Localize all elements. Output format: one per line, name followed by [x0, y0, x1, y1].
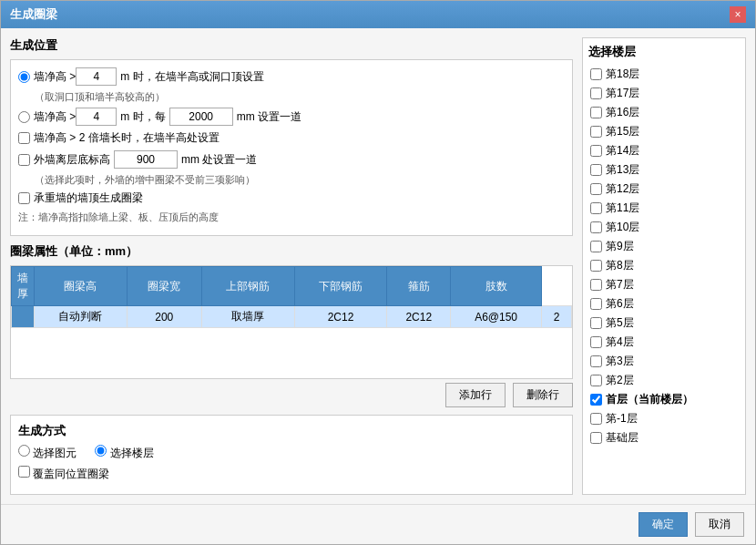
floor-checkbox[interactable]	[590, 107, 602, 118]
floor-label: 第18层	[606, 67, 639, 82]
floor-checkbox[interactable]	[590, 126, 602, 138]
radio1-input[interactable]	[18, 71, 30, 83]
floor-item: 第10层	[588, 219, 740, 236]
radio2-unit2: mm 设置一道	[237, 109, 301, 125]
floor-item: 第6层	[588, 295, 740, 313]
floor-checkbox[interactable]	[590, 279, 602, 291]
col-stirrup: 箍筋	[387, 267, 451, 306]
generate-position-box: 墙净高 > m 时，在墙半高或洞口顶设置 （取洞口顶和墙半高较高的） 墙净高 >	[10, 59, 573, 236]
radio2-unit1: m 时，每	[120, 109, 165, 125]
floor-item: 第18层	[588, 66, 740, 83]
col-wall-thick: 墙厚	[12, 267, 35, 306]
floor-item: 第7层	[588, 276, 740, 293]
floor-label: 第6层	[606, 296, 634, 312]
radio1-row: 墙净高 > m 时，在墙半高或洞口顶设置	[18, 67, 565, 86]
radio-floor-input[interactable]	[95, 445, 107, 457]
add-row-button[interactable]: 添加行	[445, 383, 506, 407]
floor-label: 第17层	[606, 86, 639, 101]
radio-floor-label[interactable]: 选择楼层	[95, 445, 153, 461]
table-row[interactable]: 自动判断200取墙厚2C122C12A6@1502	[12, 306, 572, 328]
beam-props-table-wrapper: 墙厚 圈梁高 圈梁宽 上部钢筋 下部钢筋 箍筋 肢数 自动判断200取墙厚2C1…	[10, 265, 573, 379]
confirm-button[interactable]: 确定	[639, 512, 688, 537]
radio1-unit1: m 时，在墙半高或洞口顶设置	[120, 69, 263, 85]
radio-element-text: 选择图元	[33, 447, 77, 459]
floor-item: 第12层	[588, 180, 740, 198]
floor-checkbox[interactable]	[590, 432, 602, 444]
floor-label: 首层（当前楼层）	[606, 392, 693, 407]
floor-item: 第-1层	[588, 410, 740, 427]
generate-method-title: 生成方式	[18, 423, 565, 439]
checkbox-cover-label[interactable]: 覆盖同位置圈梁	[18, 466, 109, 482]
floor-label: 第15层	[606, 124, 639, 139]
beam-props-table: 墙厚 圈梁高 圈梁宽 上部钢筋 下部钢筋 箍筋 肢数 自动判断200取墙厚2C1…	[11, 266, 572, 328]
floor-checkbox[interactable]	[590, 298, 602, 310]
floor-checkbox[interactable]	[590, 394, 602, 406]
floor-checkbox[interactable]	[590, 260, 602, 272]
checkbox2-unit: mm 处设置一道	[181, 152, 257, 168]
table-cell: 200	[127, 306, 201, 328]
floor-checkbox[interactable]	[590, 183, 602, 195]
checkbox-cover-input[interactable]	[18, 466, 30, 478]
floor-checkbox[interactable]	[590, 317, 602, 329]
table-cell: A6@150	[451, 306, 542, 328]
del-row-button[interactable]: 删除行	[513, 383, 573, 407]
floor-checkbox[interactable]	[590, 355, 602, 367]
radio1-label[interactable]: 墙净高 >	[18, 69, 76, 85]
floor-checkbox[interactable]	[590, 164, 602, 176]
radio2-value1-input[interactable]	[76, 108, 117, 126]
floor-checkbox[interactable]	[590, 221, 602, 233]
radio1-text1: 墙净高 >	[34, 69, 76, 85]
close-button[interactable]: ×	[730, 6, 746, 23]
floor-checkbox[interactable]	[590, 375, 602, 386]
checkbox2-value-input[interactable]	[114, 150, 178, 169]
checkbox2-input[interactable]	[18, 154, 30, 166]
floor-checkbox[interactable]	[590, 413, 602, 425]
note2: （选择此项时，外墙的增中圈梁不受前三项影响）	[35, 173, 565, 187]
floor-label: 第14层	[606, 143, 639, 159]
col-limbs: 肢数	[451, 267, 542, 306]
note1: （取洞口顶和墙半高较高的）	[35, 90, 565, 104]
col-beam-width: 圈梁宽	[127, 267, 201, 306]
generate-method-row2: 覆盖同位置圈梁	[18, 466, 565, 482]
radio2-label[interactable]: 墙净高 >	[18, 109, 76, 125]
checkbox2-text: 外墙离层底标高	[34, 152, 110, 168]
floor-checkbox[interactable]	[590, 68, 602, 80]
col-beam-height: 圈梁高	[35, 267, 128, 306]
checkbox1-row: 墙净高 > 2 倍墙长时，在墙半高处设置	[18, 130, 565, 146]
floor-checkbox[interactable]	[590, 145, 602, 157]
radio-element-label[interactable]: 选择图元	[18, 445, 77, 461]
table-cell: 2C12	[387, 306, 451, 328]
cancel-button[interactable]: 取消	[695, 512, 744, 537]
floor-checkbox[interactable]	[590, 336, 602, 348]
table-cell: 自动判断	[35, 306, 128, 328]
floor-item: 第17层	[588, 85, 740, 102]
radio-element-input[interactable]	[18, 445, 30, 457]
radio2-input[interactable]	[18, 111, 30, 123]
checkbox3-label[interactable]: 承重墙的墙顶生成圈梁	[18, 190, 143, 206]
left-panel: 生成位置 墙净高 > m 时，在墙半高或洞口顶设置 （取洞口顶和墙半高较高的）	[10, 37, 573, 495]
floor-item: 第13层	[588, 161, 740, 179]
checkbox1-label[interactable]: 墙净高 > 2 倍墙长时，在墙半高处设置	[18, 130, 220, 146]
dialog-body: 生成位置 墙净高 > m 时，在墙半高或洞口顶设置 （取洞口顶和墙半高较高的）	[1, 28, 755, 504]
floor-checkbox[interactable]	[590, 87, 602, 99]
floor-label: 第11层	[606, 201, 639, 216]
checkbox1-input[interactable]	[18, 132, 30, 144]
radio2-value2-input[interactable]	[169, 108, 233, 126]
radio1-value1-input[interactable]	[76, 67, 117, 86]
floor-item: 第15层	[588, 123, 740, 140]
beam-props-title: 圈梁属性（单位：mm）	[10, 243, 573, 260]
floor-label: 基础层	[606, 430, 639, 446]
radio2-row: 墙净高 > m 时，每 mm 设置一道	[18, 108, 565, 126]
col-top-rebar: 上部钢筋	[201, 267, 294, 306]
checkbox2-label[interactable]: 外墙离层底标高	[18, 152, 110, 168]
floor-checkbox[interactable]	[590, 241, 602, 252]
floor-label: 第12层	[606, 181, 639, 197]
floor-label: 第13层	[606, 162, 639, 178]
beam-props-section: 圈梁属性（单位：mm） 墙厚 圈梁高 圈梁宽 上部钢筋 下部钢筋 箍筋 肢数	[10, 243, 573, 407]
floor-checkbox[interactable]	[590, 202, 602, 214]
floor-item: 第4层	[588, 334, 740, 351]
floor-item: 第8层	[588, 257, 740, 274]
checkbox-cover-text: 覆盖同位置圈梁	[33, 468, 109, 480]
note3: 注：墙净高指扣除墙上梁、板、压顶后的高度	[18, 211, 565, 224]
checkbox3-input[interactable]	[18, 192, 30, 204]
